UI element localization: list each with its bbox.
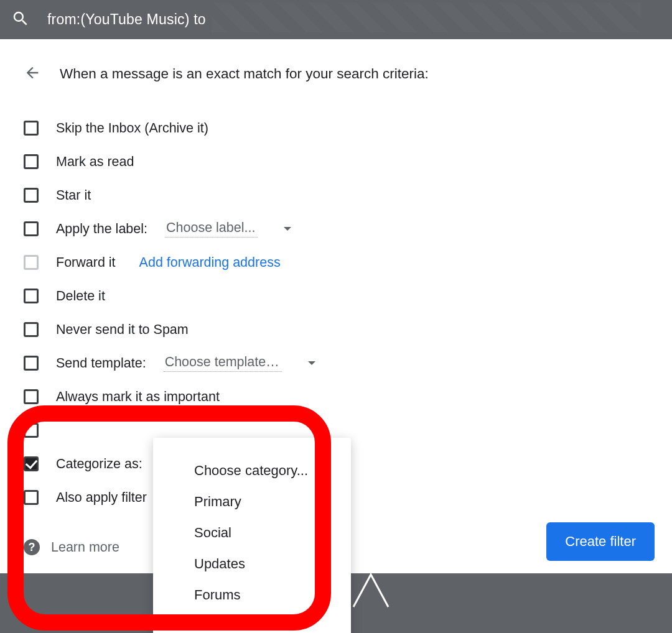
link-learn-more[interactable]: Learn more bbox=[51, 540, 119, 555]
checkbox-apply-label[interactable] bbox=[24, 221, 39, 236]
triangle-icon bbox=[350, 570, 392, 612]
checkbox-hidden-option[interactable] bbox=[24, 423, 39, 438]
caret-down-icon bbox=[284, 227, 291, 234]
label-always-important: Always mark it as important bbox=[56, 389, 220, 405]
caret-down-icon bbox=[308, 361, 315, 369]
category-option-updates[interactable]: Updates bbox=[153, 548, 351, 580]
label-delete: Delete it bbox=[56, 289, 105, 304]
category-option-social[interactable]: Social bbox=[153, 517, 351, 548]
label-apply-label: Apply the label: bbox=[56, 221, 147, 237]
select-label-value: Choose label... bbox=[166, 220, 255, 235]
category-option-forums[interactable]: Forums bbox=[153, 580, 351, 611]
label-also-apply: Also apply filter bbox=[56, 490, 147, 506]
redacted-area bbox=[212, 2, 641, 32]
select-template-value: Choose template… bbox=[165, 354, 279, 369]
help-icon[interactable]: ? bbox=[24, 539, 40, 555]
label-forward: Forward it bbox=[56, 255, 116, 270]
checkbox-never-spam[interactable] bbox=[24, 322, 39, 337]
checkbox-mark-read[interactable] bbox=[24, 154, 39, 169]
checkbox-always-important[interactable] bbox=[24, 389, 39, 404]
checkbox-star[interactable] bbox=[24, 188, 39, 203]
label-mark-read: Mark as read bbox=[56, 154, 134, 170]
checkbox-send-template[interactable] bbox=[24, 356, 39, 371]
category-option-primary[interactable]: Primary bbox=[153, 486, 351, 517]
select-template[interactable]: Choose template… bbox=[164, 354, 282, 372]
category-option-choose[interactable]: Choose category... bbox=[153, 455, 351, 486]
create-filter-button[interactable]: Create filter bbox=[546, 522, 655, 561]
back-arrow-icon[interactable] bbox=[24, 64, 41, 84]
label-skip-inbox: Skip the Inbox (Archive it) bbox=[56, 121, 208, 136]
label-send-template: Send template: bbox=[56, 356, 146, 371]
link-add-forwarding[interactable]: Add forwarding address bbox=[139, 255, 281, 270]
checkbox-categorize[interactable] bbox=[24, 456, 39, 471]
label-never-spam: Never send it to Spam bbox=[56, 322, 189, 338]
checkbox-forward[interactable] bbox=[24, 255, 39, 270]
checkbox-also-apply[interactable] bbox=[24, 490, 39, 505]
category-option-promotions[interactable]: Promotions bbox=[153, 611, 351, 633]
search-icon[interactable] bbox=[11, 9, 30, 30]
search-query[interactable]: from:(YouTube Music) to bbox=[47, 11, 206, 28]
select-label[interactable]: Choose label... bbox=[165, 220, 258, 238]
checkbox-delete[interactable] bbox=[24, 289, 39, 303]
category-dropdown: Choose category... Primary Social Update… bbox=[153, 438, 351, 633]
label-categorize: Categorize as: bbox=[56, 456, 142, 472]
checkbox-skip-inbox[interactable] bbox=[24, 121, 39, 136]
panel-title: When a message is an exact match for you… bbox=[60, 66, 429, 82]
label-star: Star it bbox=[56, 188, 91, 203]
